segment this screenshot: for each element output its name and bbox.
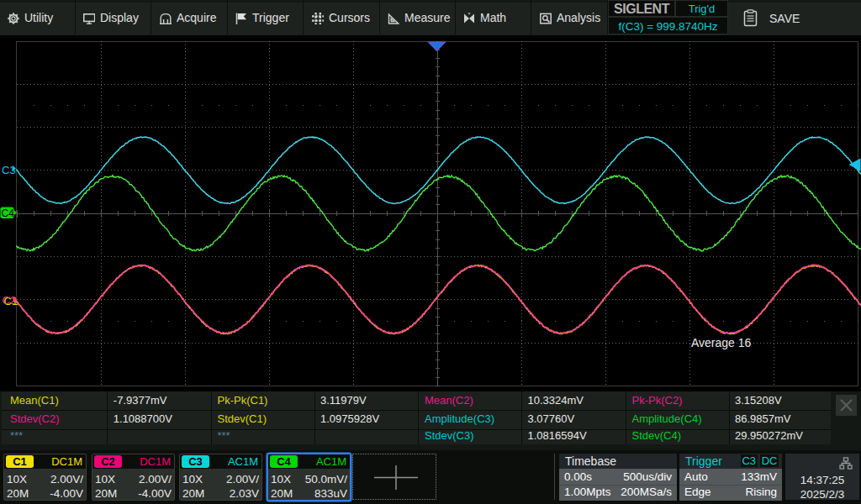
svg-text:Average 16: Average 16 xyxy=(691,336,752,349)
svg-text:C4: C4 xyxy=(2,207,15,219)
